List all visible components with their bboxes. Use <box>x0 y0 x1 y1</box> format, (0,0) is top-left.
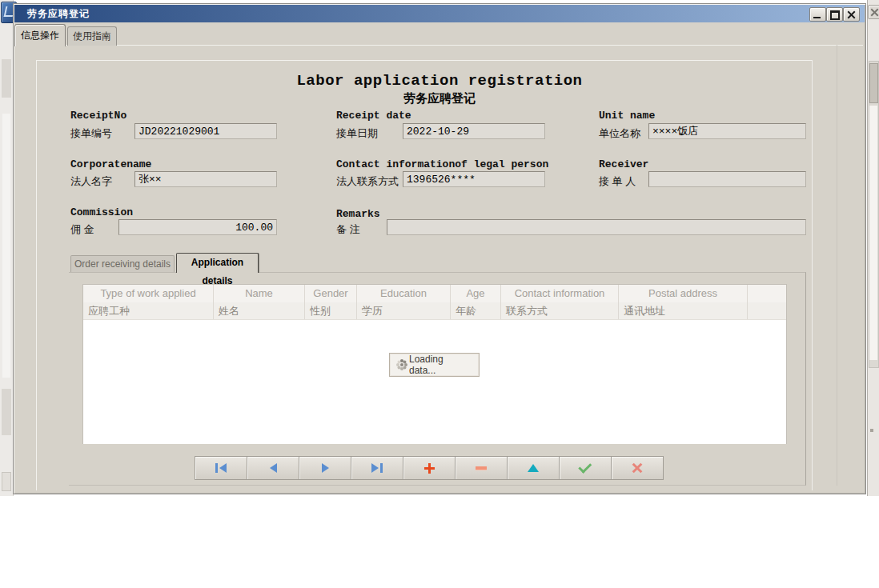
legal-contact-field[interactable] <box>403 171 545 187</box>
column-header <box>748 285 786 302</box>
edit-triangle-icon <box>528 464 539 472</box>
window-titlebar[interactable]: 劳务应聘登记 <box>14 5 865 22</box>
nav-insert-button[interactable] <box>403 456 456 480</box>
screen: 劳务应聘登记 信息操作 使用指南 Labor application regis… <box>0 0 879 588</box>
nav-post-button[interactable] <box>559 456 612 480</box>
first-record-icon <box>215 463 218 473</box>
nav-edit-button[interactable] <box>507 456 560 480</box>
next-record-icon <box>322 463 329 473</box>
remarks-field[interactable] <box>387 219 806 235</box>
remarks-label-en: Remarks <box>336 208 380 220</box>
column-header: Postal address <box>619 285 748 302</box>
minus-icon <box>476 466 487 470</box>
close-button[interactable] <box>843 7 860 22</box>
nav-first-button[interactable] <box>195 456 247 480</box>
nav-delete-button[interactable] <box>455 456 508 480</box>
page-title-zh: 劳务应聘登记 <box>0 91 879 106</box>
nav-prior-button[interactable] <box>247 456 299 480</box>
outer-close-button[interactable] <box>868 5 879 19</box>
maximize-icon <box>830 10 840 20</box>
corporate-name-field[interactable] <box>134 171 277 187</box>
plus-icon <box>424 463 435 474</box>
unit-name-label-zh: 单位名称 <box>599 126 640 141</box>
loading-indicator: Loading data... <box>389 353 480 377</box>
unit-name-field[interactable] <box>648 123 806 139</box>
legal-contact-label-en: Contact informationof legal person <box>336 158 548 170</box>
column-header: 联系方式 <box>501 302 619 319</box>
nav-next-button[interactable] <box>299 456 351 480</box>
maximize-button[interactable] <box>826 7 843 22</box>
receiver-label-en: Receiver <box>599 158 648 170</box>
spinner-icon <box>400 363 403 366</box>
tab-info-operation[interactable]: 信息操作 <box>14 24 66 46</box>
column-header: Contact information <box>501 285 619 302</box>
remarks-label-zh: 备 注 <box>336 222 360 237</box>
background-fragment <box>2 389 11 435</box>
receipt-no-label-en: ReceiptNo <box>70 110 126 122</box>
column-header: 姓名 <box>214 302 305 319</box>
grid-header-row-zh: 应聘工种 姓名 性别 学历 年龄 联系方式 通讯地址 <box>83 302 786 320</box>
nav-cancel-button[interactable] <box>611 456 664 480</box>
commission-field[interactable] <box>118 219 277 235</box>
record-navigator <box>195 456 664 480</box>
tab-application-details[interactable]: Application details <box>176 253 259 273</box>
background-fragment <box>2 472 11 491</box>
column-header: Education <box>357 285 451 302</box>
receiver-label-zh: 接 单 人 <box>599 174 636 189</box>
background-fragment <box>2 114 10 378</box>
prior-record-icon <box>270 463 277 473</box>
window-title: 劳务应聘登记 <box>27 7 90 21</box>
commission-label-en: Commission <box>70 206 133 218</box>
corporate-name-label-en: Corporatename <box>70 158 151 170</box>
page-title-en: Labor application registration <box>0 72 879 90</box>
receipt-no-label-zh: 接单编号 <box>70 126 112 141</box>
panel-divider <box>837 45 837 486</box>
background-scrollbar-track-inner <box>869 106 877 360</box>
cross-icon <box>632 462 643 474</box>
receipt-date-label-en: Receipt date <box>336 110 411 122</box>
corporate-name-label-zh: 法人名字 <box>70 174 112 189</box>
minimize-button[interactable] <box>809 7 826 22</box>
tab-user-guide[interactable]: 使用指南 <box>67 26 117 46</box>
check-icon <box>578 459 592 473</box>
column-header: Gender <box>305 285 357 302</box>
last-record-icon <box>371 463 379 473</box>
unit-name-label-en: Unit name <box>599 110 655 122</box>
nav-last-button[interactable] <box>351 456 403 480</box>
column-header: 学历 <box>357 302 451 319</box>
receiver-field[interactable] <box>648 171 806 187</box>
column-header: Type of work applied <box>83 285 214 302</box>
loading-text: Loading data... <box>409 354 472 376</box>
column-header: 年龄 <box>451 302 501 319</box>
background-scrollbar-mark <box>870 429 873 432</box>
grid-header-row-en: Type of work applied Name Gender Educati… <box>83 285 786 302</box>
column-header: Age <box>451 285 501 302</box>
minimize-icon <box>813 17 821 18</box>
receipt-no-field[interactable] <box>134 123 277 139</box>
receipt-date-field[interactable] <box>403 123 545 139</box>
column-header: 通讯地址 <box>619 302 748 319</box>
close-icon <box>870 8 879 17</box>
receipt-date-label-zh: 接单日期 <box>336 126 378 141</box>
column-header <box>748 302 786 319</box>
tab-order-receiving-details[interactable]: Order receiving details <box>70 255 175 273</box>
column-header: 应聘工种 <box>83 302 214 319</box>
legal-contact-label-zh: 法人联系方式 <box>336 174 399 189</box>
commission-label-zh: 佣 金 <box>70 222 94 237</box>
tab-page-border <box>14 45 863 46</box>
column-header: 性别 <box>305 302 357 319</box>
close-icon <box>847 10 856 19</box>
grid-body <box>83 320 786 444</box>
